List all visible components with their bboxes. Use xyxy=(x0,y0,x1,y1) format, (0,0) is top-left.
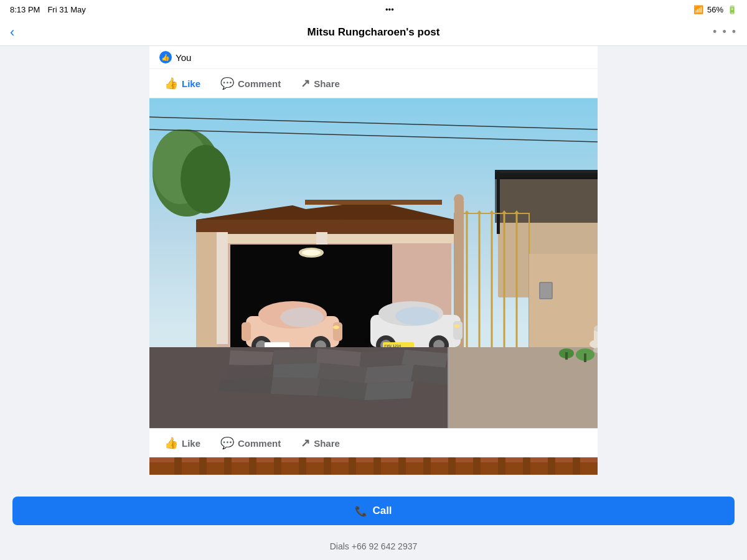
svg-point-35 xyxy=(454,194,464,204)
svg-rect-110 xyxy=(548,457,555,475)
svg-rect-99 xyxy=(274,457,281,475)
wifi-icon: 📶 xyxy=(693,5,703,14)
svg-point-44 xyxy=(280,307,324,327)
page-title: Mitsu Rungcharoen's post xyxy=(308,26,440,39)
svg-rect-57 xyxy=(453,321,463,340)
svg-rect-102 xyxy=(349,457,356,475)
share-label-bottom: Share xyxy=(314,438,340,449)
status-bar-right: 📶 56% 🔋 xyxy=(693,5,737,14)
status-bar-left: 8:13 PM Fri 31 May xyxy=(10,5,86,14)
svg-rect-98 xyxy=(249,457,256,475)
svg-rect-11 xyxy=(497,172,500,234)
svg-rect-80 xyxy=(448,347,598,428)
scroll-area[interactable]: 👍 You 👍 Like 💬 Comment ↗ Share xyxy=(149,46,598,489)
svg-rect-21 xyxy=(217,232,228,344)
bottom-action-buttons: 👍 Like 💬 Comment ↗ Share xyxy=(149,428,598,457)
top-action-buttons: 👍 Like 💬 Comment ↗ Share xyxy=(149,69,598,98)
svg-rect-19 xyxy=(218,234,454,243)
phone-icon: 📞 xyxy=(355,505,367,517)
svg-rect-83 xyxy=(540,283,552,298)
share-icon-bottom: ↗ xyxy=(301,436,310,450)
svg-rect-104 xyxy=(398,457,406,475)
svg-marker-77 xyxy=(271,377,321,396)
svg-rect-108 xyxy=(498,457,505,475)
svg-rect-10 xyxy=(495,173,598,223)
svg-marker-74 xyxy=(364,365,414,383)
svg-rect-111 xyxy=(573,457,580,475)
status-bar: 8:13 PM Fri 31 May ••• 📶 56% 🔋 xyxy=(0,0,747,19)
like-icon-bottom: 👍 xyxy=(164,436,178,450)
like-icon-top: 👍 xyxy=(164,77,178,90)
svg-point-40 xyxy=(302,250,321,256)
svg-point-51 xyxy=(333,325,339,329)
call-button-label: Call xyxy=(372,505,392,517)
like-label-top: Like xyxy=(182,78,200,89)
svg-rect-36 xyxy=(529,254,598,353)
house-scene-svg: กทม 1234 xyxy=(149,98,598,428)
comment-label-bottom: Comment xyxy=(238,438,281,449)
more-options-button[interactable]: • • • xyxy=(713,26,737,39)
status-bar-dots: ••• xyxy=(385,5,394,14)
svg-rect-103 xyxy=(374,457,381,475)
svg-marker-72 xyxy=(273,363,321,380)
reaction-count-text: You xyxy=(176,52,191,63)
dials-number: Dials +66 92 642 2937 xyxy=(330,541,418,551)
battery-percent: 56% xyxy=(707,5,723,14)
svg-rect-105 xyxy=(423,457,431,475)
svg-rect-107 xyxy=(473,457,481,475)
svg-point-4 xyxy=(181,145,230,213)
reaction-wrapper: 👍 You xyxy=(159,51,191,63)
post-image[interactable]: กทม 1234 xyxy=(149,98,598,428)
svg-rect-97 xyxy=(224,457,232,475)
svg-rect-45 xyxy=(333,322,342,341)
like-reaction-icon: 👍 xyxy=(159,51,172,63)
svg-rect-16 xyxy=(305,200,442,205)
battery-icon: 🔋 xyxy=(727,5,737,14)
time: 8:13 PM xyxy=(10,5,40,14)
call-bar: 📞 Call xyxy=(0,489,747,533)
comment-label-top: Comment xyxy=(238,78,281,89)
svg-marker-71 xyxy=(225,365,274,380)
share-label-top: Share xyxy=(314,78,340,89)
share-icon-top: ↗ xyxy=(301,77,310,90)
call-button[interactable]: 📞 Call xyxy=(12,497,735,525)
svg-rect-46 xyxy=(242,322,251,341)
post-card: 👍 You 👍 Like 💬 Comment ↗ Share xyxy=(149,46,598,475)
svg-rect-87 xyxy=(584,353,586,362)
svg-point-62 xyxy=(454,324,460,328)
svg-rect-106 xyxy=(448,457,456,475)
svg-marker-79 xyxy=(364,381,414,400)
like-button-top[interactable]: 👍 Like xyxy=(154,72,210,95)
comment-icon-bottom: 💬 xyxy=(220,436,234,450)
share-button-top[interactable]: ↗ Share xyxy=(291,72,350,95)
partial-image-svg xyxy=(149,457,598,475)
comment-button-bottom[interactable]: 💬 Comment xyxy=(210,431,291,455)
svg-rect-85 xyxy=(565,352,568,360)
svg-rect-109 xyxy=(523,457,530,475)
date: Fri 31 May xyxy=(47,5,85,14)
svg-marker-66 xyxy=(229,350,274,366)
svg-rect-100 xyxy=(299,457,306,475)
comment-icon-top: 💬 xyxy=(220,77,234,90)
svg-point-56 xyxy=(395,307,439,325)
like-button-bottom[interactable]: 👍 Like xyxy=(154,431,210,455)
back-button[interactable]: ‹ xyxy=(10,24,14,40)
reaction-bar: 👍 You xyxy=(149,46,598,69)
svg-rect-95 xyxy=(174,457,182,475)
dials-bar: Dials +66 92 642 2937 xyxy=(0,533,747,560)
like-label-bottom: Like xyxy=(182,438,200,449)
svg-rect-101 xyxy=(324,457,331,475)
svg-marker-69 xyxy=(360,350,405,367)
share-button-bottom[interactable]: ↗ Share xyxy=(291,431,350,455)
comment-button-top[interactable]: 💬 Comment xyxy=(210,72,291,95)
main-content: 👍 You 👍 Like 💬 Comment ↗ Share xyxy=(0,46,747,489)
partial-next-image xyxy=(149,457,598,475)
svg-rect-96 xyxy=(199,457,207,475)
nav-bar: ‹ Mitsu Rungcharoen's post • • • xyxy=(0,19,747,46)
